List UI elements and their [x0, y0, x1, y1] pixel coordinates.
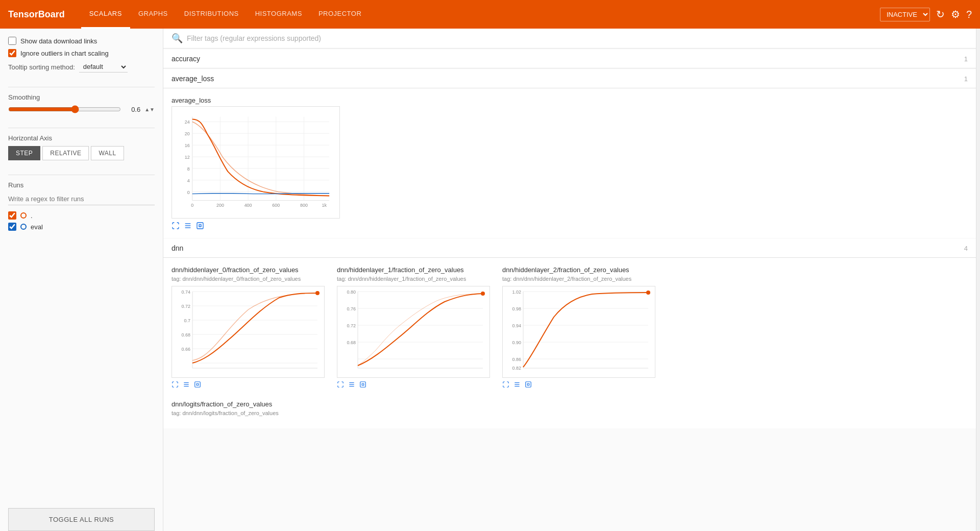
svg-text:0.74: 0.74: [181, 289, 190, 295]
nav-links: SCALARS GRAPHS DISTRIBUTIONS HISTOGRAMS …: [81, 0, 880, 29]
svg-point-43: [315, 291, 320, 295]
svg-text:1.02: 1.02: [512, 289, 521, 295]
axis-relative-button[interactable]: RELATIVE: [42, 146, 89, 160]
chart-average-loss-icons: [172, 222, 968, 230]
expand-icon-hl0[interactable]: [172, 381, 179, 388]
tooltip-sorting-select[interactable]: default ascending descending nearest: [79, 61, 128, 73]
search-icon: 🔍: [172, 33, 183, 44]
expand-icon-hl1[interactable]: [337, 381, 344, 388]
toggle-all-runs-button[interactable]: TOGGLE ALL RUNS: [8, 508, 155, 531]
tooltip-row: Tooltip sorting method: default ascendin…: [8, 61, 155, 73]
svg-text:200: 200: [216, 203, 224, 208]
svg-rect-47: [195, 382, 201, 388]
nav-scalars[interactable]: SCALARS: [81, 0, 130, 29]
nav-projector[interactable]: PROJECTOR: [310, 0, 370, 29]
chart-average-loss-title: average_loss: [172, 96, 968, 104]
run-eval-checkbox[interactable]: [8, 223, 16, 231]
chart-average-loss-svg: 24 20 16 12 8 4 0 0 200 400 600 800 1k: [172, 107, 339, 218]
axis-step-button[interactable]: STEP: [8, 146, 40, 160]
expand-icon-hl2[interactable]: [502, 381, 509, 388]
show-download-checkbox[interactable]: [8, 37, 16, 45]
svg-text:0.7: 0.7: [184, 318, 190, 323]
nav-distributions[interactable]: DISTRIBUTIONS: [176, 0, 247, 29]
chart-dnn-hl1-svg: 0.80 0.76 0.72 0.68: [337, 286, 491, 378]
selection-icon-hl2[interactable]: [525, 381, 532, 388]
data-icon-hl0[interactable]: [183, 381, 190, 388]
show-download-row: Show data download links: [8, 37, 155, 45]
section-accuracy[interactable]: accuracy 1: [163, 50, 976, 68]
filter-input[interactable]: [187, 34, 968, 42]
svg-text:0.90: 0.90: [512, 340, 521, 345]
smoothing-slider[interactable]: [8, 105, 121, 113]
ignore-outliers-row: Ignore outliers in chart scaling: [8, 49, 155, 57]
axis-title: Horizontal Axis: [8, 134, 155, 142]
svg-point-59: [481, 292, 485, 296]
axis-wall-button[interactable]: WALL: [91, 146, 124, 160]
selection-icon[interactable]: [196, 222, 204, 230]
ignore-outliers-checkbox[interactable]: [8, 49, 16, 57]
svg-text:4: 4: [187, 178, 190, 183]
svg-text:20: 20: [185, 131, 190, 136]
nav-graphs[interactable]: GRAPHS: [130, 0, 176, 29]
svg-text:0.76: 0.76: [347, 306, 356, 311]
chart-dnn-hl0-tag: tag: dnn/dnn/hiddenlayer_0/fraction_of_z…: [172, 276, 325, 282]
axis-section: Horizontal Axis STEP RELATIVE WALL: [8, 134, 155, 160]
svg-text:8: 8: [187, 166, 190, 172]
run-eval-label: eval: [31, 223, 43, 231]
chart-dnn-hl1-icons: [337, 381, 490, 388]
chart-dnn-hl2: dnn/hiddenlayer_2/fraction_of_zero_value…: [502, 266, 655, 388]
help-button[interactable]: ?: [966, 9, 972, 20]
svg-text:0.66: 0.66: [181, 347, 190, 352]
run-dot-label: .: [31, 212, 33, 220]
smoothing-spinner[interactable]: ▲▼: [144, 107, 155, 112]
svg-rect-29: [197, 223, 203, 229]
smoothing-row: 0.6 ▲▼: [8, 105, 155, 113]
svg-text:0.72: 0.72: [181, 304, 190, 309]
nav-histograms[interactable]: HISTOGRAMS: [247, 0, 310, 29]
section-average-loss[interactable]: average_loss 1: [163, 69, 976, 88]
svg-text:0.68: 0.68: [347, 340, 356, 345]
chart-dnn-hl2-svg: 1.02 0.98 0.94 0.90 0.86 0.82: [503, 286, 656, 378]
selection-icon-hl1[interactable]: [359, 381, 366, 388]
svg-text:0: 0: [191, 203, 193, 208]
selection-icon-hl0[interactable]: [194, 381, 201, 388]
runs-section: Runs . eval: [8, 181, 155, 234]
svg-text:0.80: 0.80: [347, 289, 356, 295]
svg-text:0.72: 0.72: [347, 323, 356, 328]
chart-dnn-hl0-icons: [172, 381, 325, 388]
svg-text:0.98: 0.98: [512, 306, 521, 311]
tooltip-sorting-label: Tooltip sorting method:: [8, 63, 75, 71]
svg-text:0.82: 0.82: [512, 366, 521, 371]
chart-dnn-logits: dnn/logits/fraction_of_zero_values tag: …: [172, 400, 968, 416]
status-select[interactable]: INACTIVE ACTIVE: [880, 8, 930, 21]
scrollbar[interactable]: [976, 29, 980, 531]
section-dnn-name: dnn: [172, 244, 183, 252]
section-dnn[interactable]: dnn 4: [163, 239, 976, 258]
run-dot-indicator: [20, 212, 27, 219]
run-eval-indicator: [20, 224, 27, 230]
chart-dnn-hl1-wrapper: 0.80 0.76 0.72 0.68: [337, 286, 490, 378]
svg-point-77: [646, 291, 650, 295]
refresh-button[interactable]: ↻: [936, 8, 945, 20]
svg-text:0.68: 0.68: [181, 332, 190, 337]
section-accuracy-count: 1: [964, 55, 968, 63]
svg-text:16: 16: [185, 143, 190, 148]
divider-2: [8, 128, 155, 128]
app-logo: TensorBoard: [8, 9, 65, 20]
svg-text:0.94: 0.94: [512, 323, 521, 328]
expand-icon[interactable]: [172, 222, 180, 230]
svg-text:800: 800: [300, 203, 308, 208]
chart-dnn-hl1: dnn/hiddenlayer_1/fraction_of_zero_value…: [337, 266, 490, 388]
data-icon-hl1[interactable]: [348, 381, 355, 388]
data-icon[interactable]: [184, 222, 192, 230]
chart-average-loss-wrapper: 24 20 16 12 8 4 0 0 200 400 600 800 1k: [172, 106, 340, 219]
svg-rect-81: [526, 382, 531, 388]
chart-dnn-logits-title: dnn/logits/fraction_of_zero_values: [172, 400, 968, 408]
divider-3: [8, 175, 155, 175]
run-item-eval: eval: [8, 223, 155, 231]
runs-filter-input[interactable]: [8, 193, 155, 205]
settings-button[interactable]: ⚙: [951, 8, 960, 20]
run-dot-checkbox[interactable]: [8, 211, 16, 220]
data-icon-hl2[interactable]: [513, 381, 521, 388]
runs-title: Runs: [8, 181, 155, 189]
